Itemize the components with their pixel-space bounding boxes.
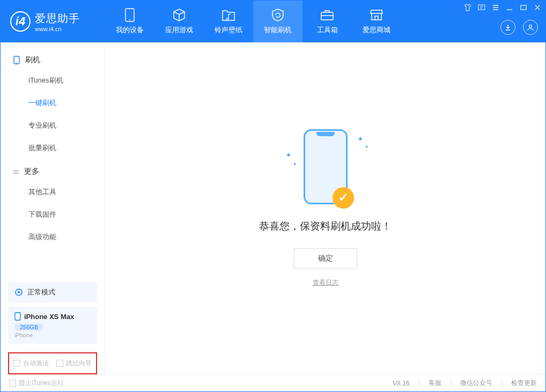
logo-area: i4 爱思助手 www.i4.cn [1, 11, 105, 32]
sidebar-item-advanced[interactable]: 高级功能 [1, 226, 105, 248]
title-bar: i4 爱思助手 www.i4.cn 我的设备 应用游戏 铃声壁纸 智能刷机 工具… [1, 1, 545, 42]
phone-icon [13, 56, 20, 64]
shield-refresh-icon [271, 8, 285, 22]
checkbox-label: 跳过向导 [66, 359, 92, 368]
nav-label: 铃声壁纸 [215, 25, 242, 35]
nav-tab-toolbox[interactable]: 工具箱 [302, 1, 352, 42]
support-link[interactable]: 客服 [429, 379, 441, 388]
success-illustration: ✦ ✦ ✦ ✦ ✓ [304, 129, 348, 204]
feedback-icon[interactable] [478, 4, 485, 11]
user-button[interactable] [523, 20, 538, 35]
nav-tab-ringtones[interactable]: 铃声壁纸 [204, 1, 253, 42]
mode-status[interactable]: 正常模式 [8, 282, 97, 302]
check-badge-icon: ✓ [333, 187, 354, 209]
storage-badge: 256GB [14, 323, 43, 331]
sidebar-item-itunes[interactable]: iTunes刷机 [1, 69, 105, 92]
store-icon [370, 8, 383, 22]
nav-tab-device[interactable]: 我的设备 [105, 1, 154, 42]
svg-point-1 [129, 19, 130, 20]
checkbox-icon [9, 380, 16, 387]
app-name-en: www.i4.cn [35, 26, 80, 32]
section-title: 刷机 [25, 55, 40, 65]
header-actions [500, 20, 538, 35]
sidebar-item-pro[interactable]: 专业刷机 [1, 114, 105, 137]
sparkle-icon: ✦ [293, 161, 297, 167]
version-label: V8.16 [393, 380, 409, 387]
checkbox-icon [56, 360, 63, 367]
sidebar-item-oneclick[interactable]: 一键刷机 [1, 92, 105, 114]
sparkle-icon: ✦ [285, 151, 292, 159]
main-area: 刷机 iTunes刷机 一键刷机 专业刷机 批量刷机 更多 其他工具 下载固件 … [1, 42, 545, 374]
list-icon [13, 170, 19, 174]
device-name: iPhone XS Max [24, 313, 74, 321]
sparkle-icon: ✦ [357, 135, 364, 143]
nav-label: 爱思商城 [363, 25, 390, 35]
checkbox-skip-guide[interactable]: 跳过向导 [56, 359, 92, 368]
sidebar-section-flash: 刷机 [1, 48, 105, 69]
svg-rect-3 [478, 5, 485, 10]
shirt-icon[interactable] [464, 4, 471, 11]
wechat-link[interactable]: 微信公众号 [460, 379, 492, 388]
device-info[interactable]: iPhone XS Max 256GB iPhone [8, 307, 97, 344]
divider: | [418, 380, 420, 387]
checkbox-block-itunes[interactable]: 阻止iTunes运行 [9, 379, 64, 388]
nav-tab-apps[interactable]: 应用游戏 [154, 1, 204, 42]
svg-rect-2 [321, 12, 333, 20]
view-log-link[interactable]: 查看日志 [313, 278, 338, 287]
footer-bar: 阻止iTunes运行 V8.16 | 客服 | 微信公众号 | 检查更新 [1, 374, 545, 391]
toolbox-icon [320, 8, 334, 22]
music-folder-icon [222, 8, 235, 22]
svg-point-9 [18, 291, 20, 293]
checkbox-icon [13, 360, 20, 367]
update-link[interactable]: 检查更新 [511, 379, 537, 388]
nav-label: 智能刷机 [264, 25, 292, 35]
device-icon [14, 312, 21, 321]
mode-icon [14, 288, 23, 297]
close-button[interactable] [534, 4, 541, 11]
sidebar-section-more: 更多 [1, 159, 105, 181]
window-controls [464, 4, 541, 11]
svg-rect-4 [521, 5, 526, 10]
maximize-button[interactable] [520, 4, 527, 11]
checkbox-label: 阻止iTunes运行 [19, 379, 64, 388]
divider: | [450, 380, 452, 387]
nav-label: 工具箱 [317, 25, 338, 35]
nav-tabs: 我的设备 应用游戏 铃声壁纸 智能刷机 工具箱 爱思商城 [105, 1, 401, 42]
checkbox-label: 自动激活 [23, 359, 49, 368]
logo-text: 爱思助手 www.i4.cn [35, 11, 80, 32]
success-message: 恭喜您，保资料刷机成功啦！ [259, 219, 392, 233]
sidebar-item-firmware[interactable]: 下载固件 [1, 203, 105, 226]
logo-icon: i4 [10, 11, 31, 32]
nav-tab-flash[interactable]: 智能刷机 [253, 1, 302, 42]
section-title: 更多 [24, 167, 39, 176]
download-button[interactable] [500, 20, 515, 35]
sidebar-item-batch[interactable]: 批量刷机 [1, 137, 105, 159]
sidebar-item-tools[interactable]: 其他工具 [1, 181, 105, 203]
cube-icon [172, 8, 186, 22]
sparkle-icon: ✦ [365, 144, 369, 150]
sidebar: 刷机 iTunes刷机 一键刷机 专业刷机 批量刷机 更多 其他工具 下载固件 … [1, 42, 105, 374]
svg-rect-10 [15, 313, 20, 320]
ok-button[interactable]: 确定 [294, 248, 357, 269]
options-highlight: 自动激活 跳过向导 [8, 352, 97, 374]
nav-label: 应用游戏 [165, 25, 193, 35]
app-name-cn: 爱思助手 [35, 11, 80, 26]
svg-point-5 [529, 25, 532, 28]
minimize-button[interactable] [506, 4, 513, 11]
device-icon [123, 8, 137, 22]
nav-tab-store[interactable]: 爱思商城 [352, 1, 401, 42]
menu-icon[interactable] [492, 4, 499, 11]
svg-point-7 [16, 62, 17, 63]
device-type: iPhone [14, 332, 91, 338]
mode-label: 正常模式 [27, 287, 55, 297]
checkbox-auto-activate[interactable]: 自动激活 [13, 359, 49, 368]
content-area: ✦ ✦ ✦ ✦ ✓ 恭喜您，保资料刷机成功啦！ 确定 查看日志 [105, 42, 545, 374]
nav-label: 我的设备 [116, 25, 144, 35]
divider: | [501, 380, 503, 387]
